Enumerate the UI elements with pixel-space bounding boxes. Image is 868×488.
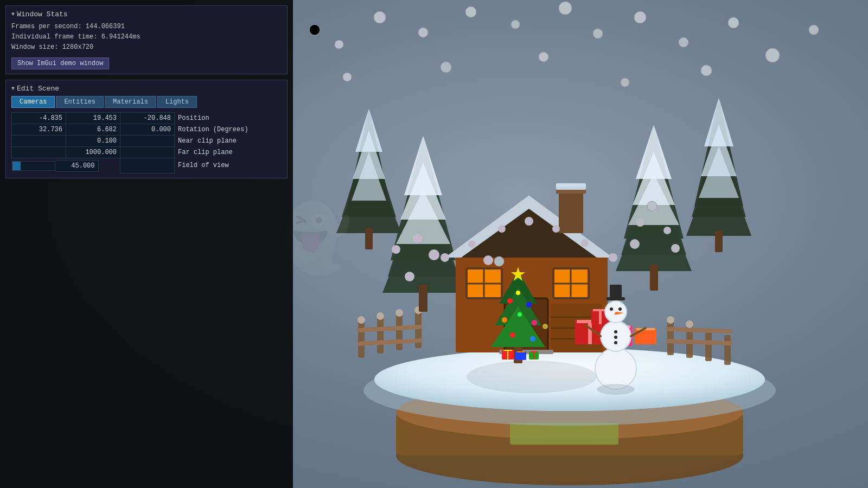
svg-point-99 — [532, 320, 537, 325]
tab-materials[interactable]: Materials — [105, 96, 156, 108]
stats-content: Frames per second: 144.066391 Individual… — [11, 22, 282, 53]
svg-point-142 — [309, 24, 320, 35]
svg-point-152 — [728, 17, 739, 28]
position-row: -4.835 19.453 -20.848 Position — [12, 112, 282, 124]
window-stats-panel: ▼ Window Stats Frames per second: 144.06… — [5, 5, 288, 74]
svg-rect-9 — [377, 316, 384, 354]
left-panel: ▼ Window Stats Frames per second: 144.06… — [0, 0, 293, 488]
svg-point-56 — [636, 218, 644, 227]
svg-point-136 — [597, 384, 635, 395]
rot-label: Rotation (Degrees) — [175, 124, 282, 135]
tab-entities[interactable]: Entities — [56, 96, 104, 108]
pos-label: Position — [175, 112, 282, 124]
svg-point-131 — [614, 341, 617, 344]
svg-point-158 — [621, 78, 629, 87]
svg-point-57 — [663, 227, 671, 234]
properties-table: -4.835 19.453 -20.848 Position 32.736 6.… — [11, 112, 282, 174]
fps-line: Frames per second: 144.066391 — [11, 22, 282, 32]
near-clip-value[interactable]: 0.100 — [66, 135, 120, 146]
svg-point-146 — [465, 7, 476, 17]
svg-point-139 — [429, 249, 439, 260]
svg-point-140 — [405, 272, 414, 281]
svg-point-149 — [593, 29, 603, 38]
far-clip-value[interactable]: 1000.000 — [66, 146, 120, 158]
fov-slider-track[interactable] — [12, 161, 55, 171]
svg-point-138 — [392, 245, 400, 254]
window-stats-label: Window Stats — [17, 10, 68, 18]
svg-point-14 — [358, 316, 365, 324]
svg-rect-55 — [650, 265, 658, 291]
pos-x-value[interactable]: -4.835 — [12, 112, 66, 124]
tab-lights[interactable]: Lights — [157, 96, 197, 108]
rotation-row: 32.736 6.682 0.000 Rotation (Degrees) — [12, 124, 282, 135]
svg-rect-111 — [533, 351, 534, 359]
svg-point-157 — [539, 52, 548, 62]
svg-point-144 — [374, 11, 386, 23]
far-clip-empty1 — [12, 146, 66, 158]
svg-point-90 — [609, 253, 617, 262]
svg-point-160 — [494, 256, 504, 266]
svg-rect-8 — [358, 320, 365, 358]
frame-time-value: 6.941244ms — [101, 33, 141, 41]
svg-rect-22 — [666, 327, 732, 333]
edit-scene-collapse-icon: ▼ — [11, 86, 15, 92]
fps-label: Frames per second: — [11, 23, 82, 30]
svg-rect-106 — [507, 350, 508, 359]
svg-point-156 — [441, 62, 451, 73]
window-stats-title: ▼ Window Stats — [11, 10, 282, 18]
svg-rect-34 — [365, 228, 373, 249]
svg-rect-108 — [517, 351, 525, 352]
svg-rect-13 — [357, 338, 422, 346]
tab-cameras[interactable]: Cameras — [11, 96, 55, 108]
fov-value[interactable]: 45.000 — [55, 160, 99, 172]
fps-value: 144.066391 — [86, 23, 125, 30]
svg-rect-114 — [588, 320, 592, 344]
fov-label: Field of view — [175, 158, 282, 174]
pos-z-value[interactable]: -20.848 — [120, 112, 175, 124]
edit-scene-panel: ▼ Edit Scene Cameras Entities Materials … — [5, 80, 288, 179]
svg-point-100 — [518, 312, 522, 317]
svg-rect-20 — [705, 330, 712, 361]
svg-point-127 — [618, 307, 622, 311]
rot-x-value[interactable]: 32.736 — [12, 124, 66, 135]
near-clip-label: Near clip plane — [175, 135, 282, 146]
svg-point-88 — [552, 225, 560, 233]
svg-point-137 — [413, 234, 423, 243]
fov-slider-cell[interactable]: 45.000 — [12, 158, 120, 174]
svg-rect-12 — [357, 325, 422, 332]
svg-point-145 — [418, 28, 428, 37]
svg-rect-21 — [724, 335, 731, 365]
svg-point-7 — [467, 361, 597, 393]
rot-y-value[interactable]: 6.682 — [66, 124, 120, 135]
svg-point-148 — [559, 2, 572, 15]
svg-point-143 — [335, 40, 343, 49]
edit-scene-label: Edit Scene — [17, 85, 59, 93]
svg-point-147 — [511, 20, 520, 29]
svg-point-102 — [530, 336, 535, 342]
svg-point-126 — [610, 307, 613, 311]
svg-rect-41 — [715, 230, 723, 252]
fov-row: 45.000 Field of view — [12, 158, 282, 174]
svg-rect-121 — [635, 328, 656, 344]
svg-point-24 — [667, 316, 674, 324]
near-clip-row: 0.100 Near clip plane — [12, 135, 282, 146]
frame-time-label: Individual frame time: — [11, 33, 97, 41]
svg-point-96 — [526, 302, 532, 307]
pos-y-value[interactable]: 19.453 — [66, 112, 120, 124]
fov-slider-fill — [12, 162, 21, 170]
svg-rect-10 — [396, 312, 403, 350]
svg-point-25 — [686, 320, 693, 328]
rot-z-value[interactable]: 0.000 — [120, 124, 175, 135]
show-imgui-button[interactable]: Show ImGui demo window — [11, 57, 109, 69]
scene-tabs: Cameras Entities Materials Lights — [11, 96, 282, 108]
frame-time-line: Individual frame time: 6.941244ms — [11, 32, 282, 42]
svg-point-123 — [595, 348, 636, 389]
svg-point-101 — [510, 332, 515, 338]
svg-rect-48 — [419, 285, 427, 312]
near-clip-empty1 — [12, 135, 66, 146]
svg-point-151 — [679, 37, 688, 47]
window-size-label: Window size: — [11, 43, 58, 51]
near-clip-empty2 — [120, 135, 175, 146]
svg-point-86 — [498, 225, 506, 233]
svg-point-95 — [507, 298, 513, 304]
